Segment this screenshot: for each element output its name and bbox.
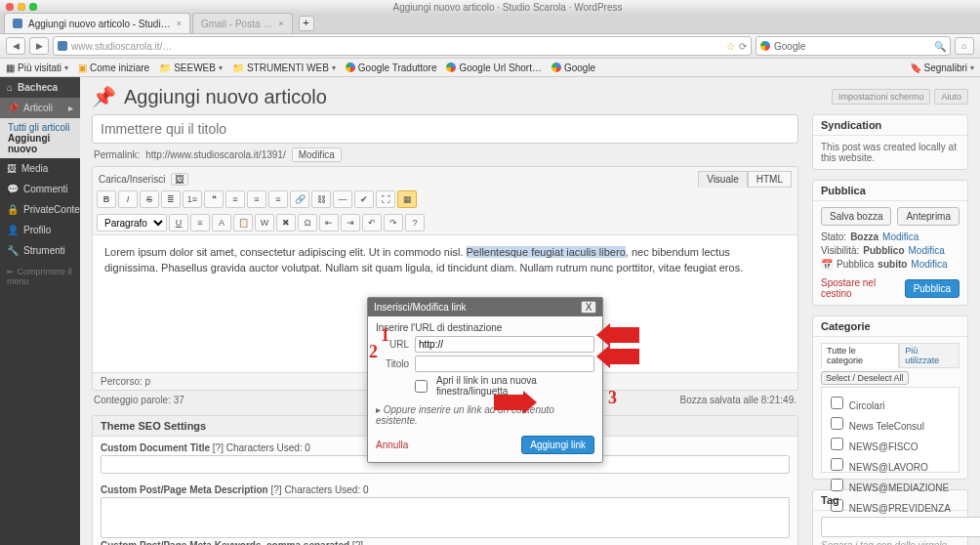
category-item[interactable]: Circolari (827, 393, 954, 413)
category-item[interactable]: NEWS@PREVIDENZA (827, 495, 954, 516)
dialog-cancel-link[interactable]: Annulla (376, 440, 408, 450)
indent-button[interactable]: ⇥ (341, 214, 360, 231)
browser-tab-active[interactable]: Aggiungi nuovo articolo - Studi… × (4, 13, 190, 33)
bookmark-most-visited[interactable]: ▦Più visitati▾ (6, 63, 68, 73)
category-checkbox[interactable] (831, 397, 843, 409)
category-checkbox[interactable] (831, 438, 843, 450)
bookmark-folder-strumenti-web[interactable]: 📁STRUMENTI WEB▾ (232, 63, 336, 73)
minimize-window-icon[interactable] (18, 3, 25, 11)
bookmark-google-translate[interactable]: Google Traduttore (346, 63, 437, 73)
bullet-list-button[interactable]: ≣ (161, 190, 181, 208)
close-tab-icon[interactable]: × (177, 19, 182, 28)
editor-tab-html[interactable]: HTML (748, 171, 792, 188)
sidebar-item-media[interactable]: 🖼Media (0, 158, 80, 179)
editor-help-button[interactable]: ? (405, 214, 425, 231)
remove-link-button[interactable]: ⛓ (311, 190, 331, 208)
dialog-titlebar[interactable]: Inserisci/Modifica link X (368, 298, 602, 316)
clear-format-button[interactable]: ✖ (276, 214, 296, 231)
url-field[interactable] (415, 336, 594, 353)
browser-tab[interactable]: Gmail - Posta … × (192, 13, 293, 33)
reload-icon[interactable]: ⟳ (739, 41, 747, 52)
kitchen-sink-button[interactable]: ▦ (397, 190, 417, 208)
home-button[interactable]: ⌂ (955, 37, 974, 55)
category-checkbox[interactable] (831, 417, 843, 430)
open-new-tab-checkbox[interactable] (415, 380, 428, 393)
category-item[interactable]: NEWS@FISCO (827, 434, 954, 454)
sidebar-item-dashboard[interactable]: ⌂Bacheca (0, 77, 80, 98)
screen-options-button[interactable]: Impostazioni schermo (832, 89, 931, 105)
bookmark-google[interactable]: Google (551, 63, 595, 73)
format-select[interactable]: Paragrafo (97, 214, 167, 231)
bookmark-google-url-short[interactable]: Google Url Short… (446, 63, 541, 73)
sidebar-item-posts[interactable]: 📌Articoli▸ (0, 98, 80, 118)
publish-button[interactable]: Pubblica (905, 279, 960, 298)
back-button[interactable]: ◀ (6, 37, 25, 55)
category-item[interactable]: NEWS@MEDIAZIONE (827, 475, 954, 495)
blockquote-button[interactable]: ❝ (204, 190, 224, 208)
align-left-button[interactable]: ≡ (225, 190, 245, 208)
sidebar-sub-add-new[interactable]: Aggiungi nuovo (8, 133, 72, 154)
sidebar-sub-all-posts[interactable]: Tutti gli articoli (8, 122, 72, 133)
edit-status-link[interactable]: Modifica (882, 231, 919, 242)
select-deselect-all[interactable]: Select / Deselect All (821, 371, 909, 385)
align-right-button[interactable]: ≡ (268, 190, 288, 208)
bookmark-getting-started[interactable]: ▣Come iniziare (78, 63, 149, 73)
expand-existing-icon[interactable]: ▸ (376, 404, 381, 415)
insert-link-button[interactable]: 🔗 (290, 190, 309, 208)
bookmark-folder-seeweb[interactable]: 📁SEEWEB▾ (159, 63, 223, 73)
redo-button[interactable]: ↷ (384, 214, 403, 231)
outdent-button[interactable]: ⇤ (319, 214, 339, 231)
category-item[interactable]: NEWS@LAVORO (827, 454, 954, 475)
seo-meta-desc-input[interactable] (101, 497, 790, 538)
forward-button[interactable]: ▶ (29, 37, 49, 55)
bold-button[interactable]: B (97, 190, 116, 208)
dialog-close-button[interactable]: X (581, 301, 596, 314)
fullscreen-button[interactable]: ⛶ (376, 190, 395, 208)
save-draft-button[interactable]: Salva bozza (821, 207, 891, 226)
align-center-button[interactable]: ≡ (247, 190, 266, 208)
sidebar-item-privatecontent[interactable]: 🔒PrivateContent (0, 199, 80, 220)
italic-button[interactable]: I (118, 190, 138, 208)
post-title-input[interactable] (92, 114, 798, 144)
url-bar[interactable]: www.studioscarola.it/… ☆ ⟳ (53, 36, 752, 56)
zoom-window-icon[interactable] (29, 3, 37, 11)
category-item[interactable]: News TeleConsul (827, 413, 954, 434)
strike-button[interactable]: S (140, 190, 159, 208)
category-list[interactable]: Circolari News TeleConsul NEWS@FISCO NEW… (821, 387, 960, 473)
category-checkbox[interactable] (831, 479, 843, 491)
sidebar-item-profile[interactable]: 👤Profilo (0, 220, 80, 240)
close-window-icon[interactable] (6, 3, 14, 11)
edit-schedule-link[interactable]: Modifica (911, 259, 947, 270)
bookmarks-menu[interactable]: 🔖Segnalibri▾ (910, 63, 974, 73)
bookmark-star-icon[interactable]: ☆ (726, 41, 735, 52)
insert-more-button[interactable]: — (333, 190, 352, 208)
underline-button[interactable]: U (169, 214, 188, 231)
spellcheck-button[interactable]: ✔ (354, 190, 374, 208)
new-tab-button[interactable]: + (299, 16, 314, 31)
dialog-add-link-button[interactable]: Aggiungi link (521, 436, 594, 454)
tag-input[interactable] (821, 517, 980, 537)
sidebar-item-tools[interactable]: 🔧Strumenti (0, 240, 80, 261)
sidebar-item-comments[interactable]: 💬Commenti (0, 179, 80, 199)
paste-text-button[interactable]: 📋 (233, 214, 253, 231)
categories-tab-all[interactable]: Tutte le categorie (821, 343, 899, 368)
text-color-button[interactable]: A (212, 214, 231, 231)
browser-search-box[interactable]: Google 🔍 (755, 36, 951, 56)
special-char-button[interactable]: Ω (298, 214, 317, 231)
undo-button[interactable]: ↶ (362, 214, 382, 231)
add-media-icon[interactable]: 🖼 (171, 173, 188, 186)
edit-visibility-link[interactable]: Modifica (909, 245, 945, 256)
category-checkbox[interactable] (831, 458, 843, 471)
syndication-title[interactable]: Syndication (813, 115, 967, 136)
numbered-list-button[interactable]: 1≡ (183, 190, 202, 208)
collapse-menu[interactable]: ⇤ Comprimere il menu (0, 261, 80, 292)
categories-title[interactable]: Categorie (813, 316, 967, 337)
publish-title[interactable]: Pubblica (813, 181, 967, 201)
preview-button[interactable]: Anteprima (897, 207, 960, 226)
permalink-edit-button[interactable]: Modifica (292, 147, 342, 162)
paste-word-button[interactable]: W (255, 214, 274, 231)
link-title-field[interactable] (415, 356, 594, 372)
close-tab-icon[interactable]: × (278, 19, 283, 28)
categories-tab-used[interactable]: Più utilizzate (899, 343, 960, 368)
help-button[interactable]: Aiuto (934, 89, 968, 105)
